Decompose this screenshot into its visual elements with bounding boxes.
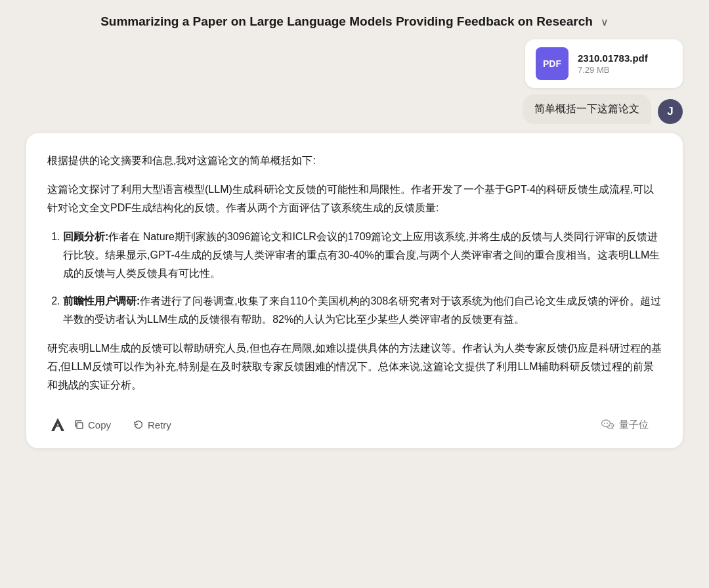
pdf-attachment: PDF 2310.01783.pdf 7.29 MB xyxy=(525,39,683,88)
action-buttons: Copy Retry xyxy=(68,417,177,433)
copy-icon xyxy=(74,419,84,430)
svg-point-5 xyxy=(611,425,612,427)
svg-rect-0 xyxy=(77,423,83,429)
ai-response-list: 回顾分析:作者在 Nature期刊家族的3096篇论文和ICLR会议的1709篇… xyxy=(47,228,662,329)
pdf-size: 7.29 MB xyxy=(578,65,648,75)
copy-button[interactable]: Copy xyxy=(68,417,116,433)
chevron-down-icon[interactable]: ∨ xyxy=(601,16,609,28)
pdf-filename: 2310.01783.pdf xyxy=(578,52,648,64)
ai-response-container: 根据提供的论文摘要和信息,我对这篇论文的简单概括如下: 这篇论文探讨了利用大型语… xyxy=(26,133,683,448)
user-message-area: PDF 2310.01783.pdf 7.29 MB 简单概括一下这篇论文 J xyxy=(26,39,683,124)
list-item-text-1: 作者在 Nature期刊家族的3096篇论文和ICLR会议的1709篇论文上应用… xyxy=(63,231,660,279)
svg-point-4 xyxy=(609,425,611,427)
pdf-icon: PDF xyxy=(536,47,569,80)
svg-point-3 xyxy=(607,423,608,424)
retry-label: Retry xyxy=(148,419,171,430)
anthropic-logo-icon xyxy=(47,414,68,435)
watermark-area: 量子位 xyxy=(601,416,649,433)
chat-area: PDF 2310.01783.pdf 7.29 MB 简单概括一下这篇论文 J … xyxy=(13,39,696,448)
ai-intro-paragraph: 根据提供的论文摘要和信息,我对这篇论文的简单概括如下: xyxy=(47,152,662,170)
svg-point-2 xyxy=(604,423,605,424)
ai-logo-area: Copy Retry xyxy=(47,414,177,435)
list-item: 前瞻性用户调研:作者进行了问卷调查,收集了来自110个美国机构的308名研究者对… xyxy=(63,292,662,329)
pdf-info: 2310.01783.pdf 7.29 MB xyxy=(578,52,648,75)
list-item-label-2: 前瞻性用户调研: xyxy=(63,295,140,306)
wechat-icon xyxy=(601,417,615,432)
svg-point-1 xyxy=(602,420,611,427)
list-item-text-2: 作者进行了问卷调查,收集了来自110个美国机构的308名研究者对于该系统为他们自… xyxy=(63,295,661,325)
list-item: 回顾分析:作者在 Nature期刊家族的3096篇论文和ICLR会议的1709篇… xyxy=(63,228,662,283)
ai-footer: Copy Retry xyxy=(47,405,662,435)
watermark-text: 量子位 xyxy=(619,416,649,433)
user-row: 简单概括一下这篇论文 J xyxy=(523,94,683,124)
list-item-label-1: 回顾分析: xyxy=(63,231,108,242)
retry-icon xyxy=(133,419,144,430)
user-avatar: J xyxy=(658,99,683,124)
user-text-bubble: 简单概括一下这篇论文 xyxy=(523,94,651,124)
retry-button[interactable]: Retry xyxy=(128,417,177,433)
page-header: Summarizing a Paper on Large Language Mo… xyxy=(0,0,709,39)
page-title: Summarizing a Paper on Large Language Mo… xyxy=(100,14,593,29)
ai-conclusion-paragraph: 研究表明LLM生成的反馈可以帮助研究人员,但也存在局限,如难以提供具体的方法建议… xyxy=(47,339,662,394)
ai-body-paragraph: 这篇论文探讨了利用大型语言模型(LLM)生成科研论文反馈的可能性和局限性。作者开… xyxy=(47,180,662,217)
copy-label: Copy xyxy=(88,419,111,430)
